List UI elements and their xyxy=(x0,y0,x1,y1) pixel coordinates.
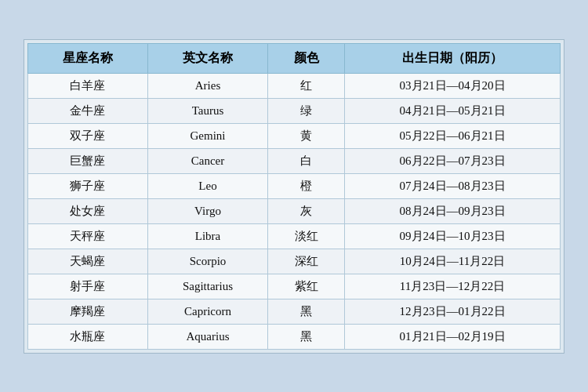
cell-color: 红 xyxy=(268,73,345,98)
table-row: 狮子座Leo橙07月24日—08月23日 xyxy=(28,173,561,198)
cell-zh-name: 射手座 xyxy=(28,274,148,299)
zodiac-table-wrapper: 星座名称 英文名称 颜色 出生日期（阳历） 白羊座Aries红03月21日—04… xyxy=(24,39,564,354)
header-zh-name: 星座名称 xyxy=(28,43,148,73)
cell-color: 白 xyxy=(268,148,345,173)
table-body: 白羊座Aries红03月21日—04月20日金牛座Taurus绿04月21日—0… xyxy=(28,73,561,349)
cell-dates: 04月21日—05月21日 xyxy=(345,98,561,123)
cell-zh-name: 摩羯座 xyxy=(28,299,148,324)
cell-color: 紫红 xyxy=(268,274,345,299)
cell-en-name: Capricorn xyxy=(147,299,267,324)
cell-zh-name: 狮子座 xyxy=(28,173,148,198)
cell-color: 深红 xyxy=(268,249,345,274)
table-row: 天蝎座Scorpio深红10月24日—11月22日 xyxy=(28,249,561,274)
cell-dates: 06月22日—07月23日 xyxy=(345,148,561,173)
table-row: 金牛座Taurus绿04月21日—05月21日 xyxy=(28,98,561,123)
cell-dates: 10月24日—11月22日 xyxy=(345,249,561,274)
header-color: 颜色 xyxy=(268,43,345,73)
cell-zh-name: 双子座 xyxy=(28,123,148,148)
cell-dates: 07月24日—08月23日 xyxy=(345,173,561,198)
cell-dates: 09月24日—10月23日 xyxy=(345,223,561,249)
cell-zh-name: 天秤座 xyxy=(28,223,148,249)
zodiac-table: 星座名称 英文名称 颜色 出生日期（阳历） 白羊座Aries红03月21日—04… xyxy=(27,43,561,350)
cell-en-name: Aries xyxy=(147,73,267,98)
cell-zh-name: 水瓶座 xyxy=(28,324,148,349)
cell-zh-name: 巨蟹座 xyxy=(28,148,148,173)
cell-dates: 12月23日—01月22日 xyxy=(345,299,561,324)
table-row: 处女座Virgo灰08月24日—09月23日 xyxy=(28,198,561,223)
cell-en-name: Gemini xyxy=(147,123,267,148)
cell-en-name: Libra xyxy=(147,223,267,249)
cell-dates: 08月24日—09月23日 xyxy=(345,198,561,223)
table-header-row: 星座名称 英文名称 颜色 出生日期（阳历） xyxy=(28,43,561,73)
cell-color: 绿 xyxy=(268,98,345,123)
table-row: 射手座Sagittarius紫红11月23日—12月22日 xyxy=(28,274,561,299)
cell-zh-name: 处女座 xyxy=(28,198,148,223)
table-row: 摩羯座Capricorn黑12月23日—01月22日 xyxy=(28,299,561,324)
cell-dates: 11月23日—12月22日 xyxy=(345,274,561,299)
cell-en-name: Taurus xyxy=(147,98,267,123)
cell-en-name: Sagittarius xyxy=(147,274,267,299)
cell-en-name: Scorpio xyxy=(147,249,267,274)
cell-color: 橙 xyxy=(268,173,345,198)
cell-zh-name: 天蝎座 xyxy=(28,249,148,274)
header-dates: 出生日期（阳历） xyxy=(345,43,561,73)
table-row: 双子座Gemini黄05月22日—06月21日 xyxy=(28,123,561,148)
cell-dates: 01月21日—02月19日 xyxy=(345,324,561,349)
cell-color: 黑 xyxy=(268,299,345,324)
header-en-name: 英文名称 xyxy=(147,43,267,73)
cell-en-name: Leo xyxy=(147,173,267,198)
cell-zh-name: 白羊座 xyxy=(28,73,148,98)
cell-dates: 03月21日—04月20日 xyxy=(345,73,561,98)
cell-zh-name: 金牛座 xyxy=(28,98,148,123)
cell-color: 淡红 xyxy=(268,223,345,249)
table-row: 白羊座Aries红03月21日—04月20日 xyxy=(28,73,561,98)
cell-color: 黄 xyxy=(268,123,345,148)
cell-dates: 05月22日—06月21日 xyxy=(345,123,561,148)
cell-en-name: Aquarius xyxy=(147,324,267,349)
cell-en-name: Virgo xyxy=(147,198,267,223)
table-row: 水瓶座Aquarius黑01月21日—02月19日 xyxy=(28,324,561,349)
cell-en-name: Cancer xyxy=(147,148,267,173)
table-row: 天秤座Libra淡红09月24日—10月23日 xyxy=(28,223,561,249)
cell-color: 黑 xyxy=(268,324,345,349)
table-row: 巨蟹座Cancer白06月22日—07月23日 xyxy=(28,148,561,173)
cell-color: 灰 xyxy=(268,198,345,223)
